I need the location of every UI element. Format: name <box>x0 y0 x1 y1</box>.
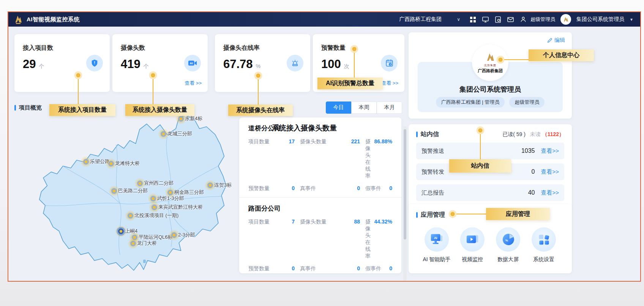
island-shape <box>143 260 146 263</box>
annotation-line <box>153 79 153 104</box>
tab-today[interactable]: 今日 <box>326 101 351 114</box>
shield-alert-icon: ! <box>86 55 103 71</box>
stat-unit: % <box>256 63 260 69</box>
profile-name: 集团公司系统管理员 <box>409 85 572 94</box>
stat-card-projects: 接入项目数 29 个 ! <box>14 34 110 92</box>
ai-camera-icon: AI <box>184 55 201 71</box>
map-marker[interactable]: 武忻1-3分部 <box>150 195 184 202</box>
tab-week[interactable]: 本周 <box>351 101 377 114</box>
view-link[interactable]: 查看>> <box>541 189 559 197</box>
annotation-ring <box>151 73 155 78</box>
marker-dot-icon <box>150 196 156 201</box>
read-unread-status: 已读( 59 ) 未读 （1122） <box>502 131 564 138</box>
annotation-ring <box>499 58 503 62</box>
avatar[interactable] <box>560 14 571 25</box>
period-tabs: 今日 本周 本月 <box>326 101 402 114</box>
stat-title: 摄像头在线率 <box>223 44 303 52</box>
map-marker[interactable]: 龙门大桥 <box>130 240 157 247</box>
map-marker[interactable]: 宜州西二分部 <box>137 180 174 187</box>
annotation-ring <box>478 128 483 133</box>
person-icon[interactable] <box>519 16 527 23</box>
profile-avatar: 北投集团 广西路桥集团 <box>472 44 508 81</box>
map-marker[interactable]: 龙滩特大桥 <box>108 160 140 167</box>
grid-icon[interactable] <box>469 16 477 23</box>
section-title: 项目概览 <box>19 104 42 111</box>
org-selector[interactable]: 广西路桥工程集团 <box>399 16 442 23</box>
map-marker[interactable]: 来宾武宣黔江特大桥 <box>152 204 203 211</box>
marker-dot-icon <box>178 116 184 122</box>
marker-dot-icon <box>111 188 117 194</box>
stat-unit: 个 <box>144 63 149 70</box>
section-bar <box>14 105 16 111</box>
map-marker[interactable]: 2-3分部 <box>171 231 195 238</box>
scrollbar-thumb[interactable] <box>404 129 406 239</box>
app-data-screen[interactable]: % 数据大屏 <box>493 227 523 263</box>
edit-profile-button[interactable]: 编辑 <box>547 37 565 44</box>
map-marker[interactable]: 龙城三分部 <box>161 130 192 137</box>
stat-title: 预警数量 <box>321 44 397 52</box>
marker-dot-icon <box>128 213 133 219</box>
province-shape <box>22 113 242 278</box>
brand-logo-icon <box>14 14 23 24</box>
message-row-summary-report: 汇总报告 40 查看>> <box>416 184 564 201</box>
profile-tag-org-role: 广西路桥工程集团 | 管理员 <box>436 97 505 108</box>
map-marker[interactable]: 乐望公路 <box>83 158 110 165</box>
chevron-down-icon[interactable]: ∨ <box>457 17 460 22</box>
annotation-line <box>78 79 79 104</box>
calendar-alert-icon: i <box>381 55 398 71</box>
view-link[interactable]: 查看 >> <box>185 80 202 87</box>
company-name: 路面分公司 <box>248 204 392 213</box>
marker-dot-icon <box>130 241 136 246</box>
top-navbar: AI智能视频监控系统 广西路桥工程集团 ∨ 超级管理员 集团公司系 <box>8 12 640 27</box>
annotation-profile-center: 个人信息中心 <box>529 49 594 61</box>
mail-icon[interactable] <box>507 16 514 23</box>
map-marker[interactable]: 永新4标 <box>178 115 202 122</box>
map-marker[interactable]: 连贺3标 <box>207 182 232 189</box>
dashboard-root: AI智能视频监控系统 广西路桥工程集团 ∨ 超级管理员 集团公司系 <box>0 0 644 306</box>
view-link[interactable]: 查看 >> <box>381 80 398 87</box>
vertical-scrollbar[interactable] <box>403 126 407 281</box>
svg-text:AI: AI <box>434 236 437 240</box>
caret-down-icon[interactable]: ▼ <box>630 17 633 22</box>
view-link[interactable]: 查看>> <box>541 147 559 155</box>
video-monitor-icon <box>460 227 485 252</box>
stat-card-cameras: 摄像头数 419 个 AI 查看 >> <box>112 34 208 92</box>
marker-dot-icon <box>118 228 124 234</box>
map-marker[interactable]: 巴羌路二分部 <box>111 187 148 194</box>
annotation-ring <box>256 74 260 78</box>
messages-title: 站内信 <box>416 130 439 138</box>
brand-logo-icon <box>485 52 496 63</box>
app-video-monitor[interactable]: 视频监控 <box>457 227 488 263</box>
annotation-line <box>480 134 481 159</box>
view-link[interactable]: 查看>> <box>541 168 559 176</box>
annotation-project-count: 系统接入项目数量 <box>49 104 115 116</box>
svg-text:!: ! <box>94 61 95 65</box>
annotation-alert-total: AI识别预警总数量 <box>317 78 383 89</box>
monitor-icon[interactable] <box>482 16 489 23</box>
tablet-icon[interactable] <box>494 16 502 23</box>
stat-value: 419 <box>121 57 140 71</box>
annotation-line <box>354 53 355 78</box>
annotation-ring <box>451 212 455 216</box>
annotation-inline-camera-count: 系统接入摄像头数量 <box>272 123 337 133</box>
stat-title: 接入项目数 <box>23 44 102 52</box>
system-settings-icon <box>532 227 556 252</box>
marker-dot-icon <box>137 181 143 186</box>
stat-card-online-rate: 摄像头在线率 67.78 % <box>215 34 310 92</box>
marker-dot-icon <box>152 205 157 210</box>
app-ai-assistant[interactable]: AI AI 智能助手 <box>421 227 452 263</box>
logo-small-text: 北投集团 <box>484 63 496 67</box>
marker-dot-icon <box>132 235 137 240</box>
annotation-online-rate: 系统摄像头在线率 <box>228 105 293 116</box>
data-screen-icon: % <box>496 227 520 252</box>
app-system-settings[interactable]: 系统设置 <box>529 227 559 263</box>
marker-dot-icon <box>108 161 114 166</box>
marker-dot-icon <box>167 190 173 195</box>
message-row-alert-push: 预警推送 1035 查看>> <box>416 143 564 159</box>
user-menu[interactable]: 集团公司系统管理员 <box>576 16 624 23</box>
tab-month[interactable]: 本月 <box>377 101 402 114</box>
guangxi-map: 永新4标 龙城三分部 乐望公路 龙滩特大桥 宜州西二分部 巴羌路二分部 桐金路三… <box>22 113 242 278</box>
logo-name-text: 广西路桥集团 <box>478 68 503 74</box>
map-marker[interactable]: 北投溪境项目 (一期) <box>128 212 178 219</box>
svg-text:%: % <box>505 239 508 242</box>
